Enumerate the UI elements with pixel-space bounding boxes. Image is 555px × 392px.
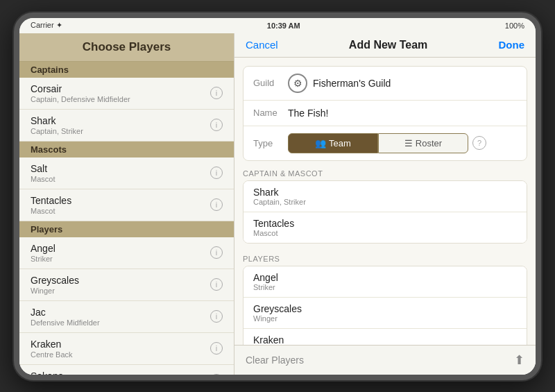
- item-name: Tentacles: [31, 195, 71, 206]
- item-name: Shark: [31, 115, 83, 126]
- type-row: Type 👥 Team ☰ Roster ?: [244, 126, 527, 160]
- section-header-captains: Captains: [19, 62, 234, 78]
- roster-label: Roster: [416, 138, 442, 148]
- right-footer: Clear Players ⬆: [234, 345, 536, 375]
- list-item-text: Salt Mascot: [31, 163, 55, 183]
- battery-text: 100%: [505, 22, 524, 30]
- item-name: Kraken: [31, 339, 73, 350]
- done-button[interactable]: Done: [498, 39, 524, 51]
- item-sub: Captain, Striker: [31, 127, 83, 135]
- time-text: 10:39 AM: [267, 22, 300, 30]
- type-help-button[interactable]: ?: [472, 136, 486, 150]
- info-icon[interactable]: i: [210, 278, 223, 291]
- info-icon[interactable]: i: [210, 198, 223, 211]
- item-sub: Mascot: [31, 175, 55, 183]
- guild-value[interactable]: Fisherman's Guild: [313, 78, 517, 89]
- info-icon[interactable]: i: [210, 246, 223, 259]
- right-panel: Cancel Add New Team Done Guild ⚙ Fisherm…: [234, 33, 536, 375]
- player-role: Striker: [253, 283, 517, 291]
- team-label: Team: [329, 138, 351, 148]
- player-name: Kraken: [253, 334, 517, 345]
- captain-mascot-section-label: CAPTAIN & MASCOT: [234, 161, 536, 180]
- captain-mascot-card[interactable]: SharkCaptain, Striker: [244, 181, 527, 212]
- clear-players-button[interactable]: Clear Players: [246, 355, 304, 366]
- main-content: Choose Players Captains Corsair Captain,…: [19, 33, 536, 375]
- list-item[interactable]: Greyscales Winger i: [19, 269, 234, 301]
- list-item[interactable]: Shark Captain, Striker i: [19, 110, 234, 142]
- info-icon[interactable]: i: [210, 342, 223, 355]
- section-header-mascots: Mascots: [19, 142, 234, 157]
- guild-icon: ⚙: [288, 74, 307, 93]
- players-list: Captains Corsair Captain, Defensive Midf…: [19, 62, 234, 375]
- type-roster-button[interactable]: ☰ Roster: [378, 133, 468, 153]
- list-item-text: Jac Defensive Midfielder: [31, 307, 100, 327]
- list-item-text: Sakana Striker: [31, 370, 63, 375]
- info-icon[interactable]: i: [210, 87, 223, 99]
- item-sub: Centre Back: [31, 350, 73, 359]
- list-item[interactable]: Kraken Centre Back i: [19, 333, 234, 365]
- players-section-label: PLAYERS: [234, 246, 536, 266]
- player-name: Shark: [253, 187, 517, 198]
- item-sub: Mascot: [31, 207, 71, 215]
- player-role: Mascot: [253, 229, 517, 237]
- info-icon[interactable]: i: [210, 374, 223, 375]
- player-role: Winger: [253, 314, 517, 323]
- type-toggle: 👥 Team ☰ Roster: [288, 133, 468, 153]
- list-item-text: Shark Captain, Striker: [31, 115, 83, 135]
- captain-mascot-group: SharkCaptain, StrikerTentaclesMascot: [243, 180, 527, 244]
- left-panel-header: Choose Players: [19, 33, 234, 62]
- list-item-text: Angel Striker: [31, 243, 56, 263]
- list-item[interactable]: Tentacles Mascot i: [19, 189, 234, 221]
- device-frame: Carrier ✦ 10:39 AM 100% Choose Players C…: [14, 12, 541, 380]
- team-form: Guild ⚙ Fisherman's Guild Name The Fish!…: [243, 66, 527, 161]
- item-name: Greyscales: [31, 275, 79, 286]
- player-name: Angel: [253, 272, 517, 283]
- info-icon[interactable]: i: [210, 167, 223, 179]
- item-sub: Striker: [31, 255, 56, 263]
- right-body: Guild ⚙ Fisherman's Guild Name The Fish!…: [234, 58, 536, 345]
- panel-title: Add New Team: [349, 39, 428, 51]
- name-value[interactable]: The Fish!: [288, 108, 517, 119]
- item-name: Salt: [31, 163, 55, 174]
- player-name: Tentacles: [253, 218, 517, 229]
- player-name: Greyscales: [253, 303, 517, 314]
- type-label: Type: [253, 138, 288, 148]
- item-name: Corsair: [31, 83, 130, 94]
- left-panel: Choose Players Captains Corsair Captain,…: [19, 33, 234, 375]
- roster-icon: ☰: [404, 138, 413, 148]
- type-team-button[interactable]: 👥 Team: [288, 133, 378, 153]
- info-icon[interactable]: i: [210, 310, 223, 323]
- list-item-text: Corsair Captain, Defensive Midfielder: [31, 83, 130, 103]
- carrier-text: Carrier ✦: [31, 21, 62, 30]
- list-item[interactable]: Corsair Captain, Defensive Midfielder i: [19, 78, 234, 110]
- player-card[interactable]: KrakenCentre Back: [244, 329, 527, 345]
- player-role: Captain, Striker: [253, 198, 517, 206]
- list-item-text: Tentacles Mascot: [31, 195, 71, 215]
- list-item[interactable]: Jac Defensive Midfielder i: [19, 301, 234, 333]
- item-name: Angel: [31, 243, 56, 254]
- player-card[interactable]: GreyscalesWinger: [244, 298, 527, 329]
- list-item-text: Greyscales Winger: [31, 275, 79, 295]
- share-icon[interactable]: ⬆: [514, 352, 524, 368]
- list-item[interactable]: Salt Mascot i: [19, 157, 234, 189]
- info-icon[interactable]: i: [210, 119, 223, 131]
- list-item[interactable]: Sakana Striker i: [19, 365, 234, 375]
- list-item[interactable]: Angel Striker i: [19, 237, 234, 269]
- section-header-players: Players: [19, 221, 234, 237]
- cancel-button[interactable]: Cancel: [246, 39, 278, 51]
- list-item-text: Kraken Centre Back: [31, 339, 73, 359]
- item-name: Jac: [31, 307, 100, 318]
- item-sub: Winger: [31, 287, 79, 295]
- guild-label: Guild: [253, 78, 288, 88]
- players-group: AngelStrikerGreyscalesWingerKrakenCentre…: [243, 266, 527, 345]
- name-row: Name The Fish!: [244, 101, 527, 126]
- player-card[interactable]: AngelStriker: [244, 266, 527, 298]
- captain-mascot-card[interactable]: TentaclesMascot: [244, 212, 527, 243]
- item-sub: Captain, Defensive Midfielder: [31, 95, 130, 103]
- team-icon: 👥: [315, 138, 326, 148]
- guild-row: Guild ⚙ Fisherman's Guild: [244, 67, 527, 101]
- name-label: Name: [253, 108, 288, 118]
- right-header: Cancel Add New Team Done: [234, 33, 536, 58]
- status-bar: Carrier ✦ 10:39 AM 100%: [19, 18, 536, 33]
- item-name: Sakana: [31, 370, 63, 375]
